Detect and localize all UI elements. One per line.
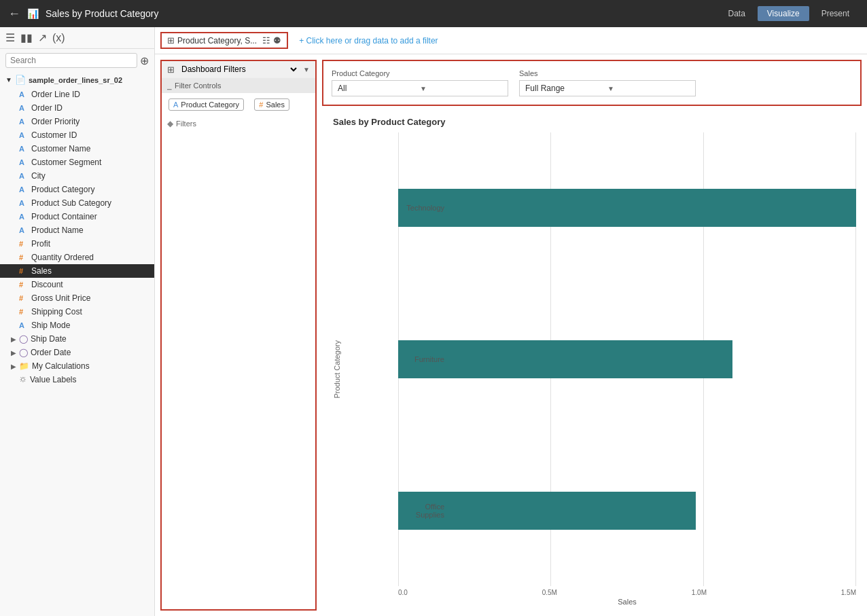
measure-icon-selected: # [19, 267, 29, 275]
filter-controls-label: Filter Controls [175, 81, 221, 90]
dropdown-arrow-icon: ▼ [420, 85, 502, 92]
measure-icon: # [19, 280, 29, 289]
content-topbar: ⊞ Product Category, S... ☷ ⚉ + Click her… [155, 27, 867, 54]
sidebar-item-sales[interactable]: # Sales [0, 264, 154, 278]
sidebar-item-product-name[interactable]: A Product Name [0, 223, 154, 237]
dimension-icon: A [19, 90, 29, 98]
measure-icon: # [19, 294, 29, 302]
dimension-icon: A [19, 226, 29, 234]
product-category-filter: Product Category All ▼ [332, 69, 508, 96]
filter-controls-panel: ⊞ Dashboard Filters ▼ ⎯ Filter Controls … [160, 60, 317, 611]
panel-settings-icon: ⚉ [273, 35, 281, 46]
sidebar-item-discount[interactable]: # Discount [0, 278, 154, 291]
search-input[interactable] [5, 53, 137, 68]
datasource-row[interactable]: ▼ 📄 sample_order_lines_sr_02 [0, 72, 154, 88]
sales-filter: Sales Full Range ▼ [519, 69, 696, 96]
bar-chart-icon[interactable]: ▮▮ [20, 31, 33, 44]
add-data-icon[interactable]: ⊕ [140, 54, 149, 67]
chart-bars-area: Technology Furniture [344, 132, 856, 586]
date-icon: ◯ [19, 334, 28, 344]
sidebar-item-shipping-cost[interactable]: # Shipping Cost [0, 305, 154, 319]
main-layout: ☰ ▮▮ ↗ (x) ⊕ ▼ 📄 sample_order_lines_sr_0… [0, 27, 867, 616]
product-category-filter-label: Product Category [332, 69, 508, 77]
bar-row-office-supplies: Office Supplies [398, 484, 856, 538]
sidebar-item-order-line-id[interactable]: A Order Line ID [0, 88, 154, 101]
sidebar-item-order-priority[interactable]: A Order Priority [0, 115, 154, 128]
dimension-icon: A [19, 185, 29, 194]
sidebar-group-order-date[interactable]: ▶ ◯ Order Date [0, 346, 154, 359]
panel-title-bar[interactable]: ⊞ Product Category, S... ☷ ⚉ [160, 32, 288, 49]
bar-technology [398, 189, 856, 227]
bar-outer-technology [398, 189, 856, 227]
sidebar-item-profit[interactable]: # Profit [0, 237, 154, 251]
sidebar-item-product-container[interactable]: A Product Container [0, 210, 154, 223]
add-filter-button[interactable]: + Click here or drag data to add a filte… [299, 36, 438, 46]
visualize-button[interactable]: Visualize [758, 6, 809, 21]
bar-outer-office-supplies [398, 492, 856, 530]
present-button[interactable]: Present [812, 6, 859, 21]
dimension-icon: A [19, 117, 29, 126]
sidebar-item-customer-id[interactable]: A Customer ID [0, 128, 154, 142]
data-button[interactable]: Data [718, 6, 754, 21]
sidebar-item-customer-segment[interactable]: A Customer Segment [0, 156, 154, 169]
datasource-name: sample_order_lines_sr_02 [29, 76, 122, 84]
dashboard-filter-select[interactable]: Dashboard Filters [179, 64, 299, 75]
sidebar-group-ship-date[interactable]: ▶ ◯ Ship Date [0, 332, 154, 346]
sidebar-group-my-calculations[interactable]: ▶ 📁 My Calculations [0, 359, 154, 373]
filter-bar: + Click here or drag data to add a filte… [294, 36, 862, 46]
sidebar-item-gross-unit-price[interactable]: # Gross Unit Price [0, 291, 154, 305]
page-title: Sales by Product Category [46, 8, 711, 19]
expand-arrow-icon: ▶ [11, 336, 16, 343]
filter-grid-icon: ⊞ [167, 65, 175, 75]
list-icon[interactable]: ☰ [5, 31, 15, 44]
chart-container: Product Category [333, 132, 856, 606]
sidebar-item-product-sub-category[interactable]: A Product Sub Category [0, 196, 154, 210]
sales-dropdown[interactable]: Full Range ▼ [519, 80, 696, 96]
x-tick-2: 1.0M [692, 589, 707, 596]
content-area: ⊞ Product Category, S... ☷ ⚉ + Click her… [155, 27, 867, 616]
filters-label: Filters [176, 120, 196, 128]
sidebar-item-ship-mode[interactable]: A Ship Mode [0, 319, 154, 332]
bar-row-furniture: Furniture [398, 332, 856, 386]
sidebar-item-order-id[interactable]: A Order ID [0, 101, 154, 115]
sidebar-item-value-labels[interactable]: ⛭ Value Labels [0, 373, 154, 386]
bar-outer-furniture [398, 340, 856, 378]
filter-chip-product-category[interactable]: A Product Category [169, 98, 244, 111]
x-tick-0: 0.0 [398, 589, 408, 596]
sidebar-toolbar: ☰ ▮▮ ↗ (x) [0, 27, 154, 49]
sidebar: ☰ ▮▮ ↗ (x) ⊕ ▼ 📄 sample_order_lines_sr_0… [0, 27, 155, 616]
filter-controls-icon: ⎯ [167, 81, 172, 90]
dimension-icon: A [19, 213, 29, 221]
y-axis-label: Product Category [333, 340, 341, 399]
panel-title: Product Category, S... [177, 36, 257, 46]
right-area: Product Category All ▼ Sales Full Range … [322, 54, 867, 616]
filter-chips-area: A Product Category # Sales [162, 93, 315, 115]
panel-table-icon: ☷ [262, 35, 270, 46]
measure-icon: # [19, 253, 29, 261]
filter-chip-sales[interactable]: # Sales [254, 98, 289, 111]
expand-arrow-icon: ▶ [11, 349, 16, 357]
dropdown-arrow-icon: ▼ [303, 66, 310, 73]
sidebar-item-customer-name[interactable]: A Customer Name [0, 142, 154, 156]
function-icon[interactable]: (x) [52, 32, 65, 44]
expand-icon: ▼ [5, 76, 12, 84]
dimension-icon: A [19, 104, 29, 112]
back-button[interactable]: ← [8, 7, 20, 21]
sidebar-item-product-category[interactable]: A Product Category [0, 183, 154, 196]
chart-inner: Technology Furniture [344, 132, 856, 606]
dimension-icon: A [19, 321, 29, 329]
date-icon: ◯ [19, 348, 28, 357]
dimension-icon: A [19, 145, 29, 153]
chip-measure-icon: # [259, 101, 263, 109]
chart-area: Sales by Product Category Product Catego… [322, 111, 867, 616]
sidebar-item-city[interactable]: A City [0, 169, 154, 183]
sidebar-item-quantity-ordered[interactable]: # Quantity Ordered [0, 251, 154, 264]
product-category-dropdown[interactable]: All ▼ [332, 80, 508, 96]
x-axis-label: Sales [344, 598, 856, 606]
view-mode-buttons: Data Visualize Present [718, 6, 859, 21]
bar-row-technology: Technology [398, 181, 856, 235]
folder-icon: 📁 [19, 361, 29, 371]
sales-filter-label: Sales [519, 69, 696, 77]
trend-icon[interactable]: ↗ [38, 31, 47, 44]
filter-row: Product Category All ▼ Sales Full Range … [332, 69, 852, 96]
